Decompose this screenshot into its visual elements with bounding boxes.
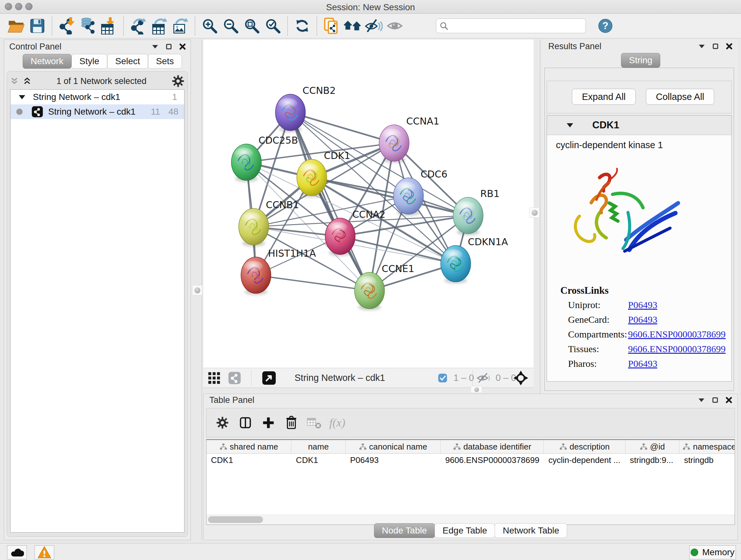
network-edge[interactable] bbox=[290, 112, 369, 291]
panel-menu-icon[interactable] bbox=[698, 44, 705, 49]
export-table-button[interactable] bbox=[149, 16, 170, 36]
vertical-splitter[interactable] bbox=[540, 40, 540, 394]
scrollbar-thumb[interactable] bbox=[208, 516, 263, 523]
expand-all-button[interactable]: Expand All bbox=[572, 89, 636, 105]
network-collection-row[interactable]: String Network – cdk1 1 bbox=[10, 90, 184, 105]
import-network-database-button[interactable] bbox=[77, 16, 98, 36]
crosslink-label: Pharos: bbox=[568, 358, 597, 369]
create-column-button[interactable] bbox=[257, 412, 280, 434]
save-session-button[interactable] bbox=[27, 16, 48, 36]
float-panel-icon[interactable] bbox=[712, 43, 719, 50]
crosslink-uniprot-link[interactable]: P06493 bbox=[628, 300, 657, 310]
cell-id[interactable]: stringdb:9... bbox=[625, 454, 680, 466]
column-header[interactable]: description bbox=[544, 440, 625, 453]
float-panel-icon[interactable] bbox=[712, 397, 718, 403]
splitter-handle-button[interactable] bbox=[471, 386, 482, 393]
export-image-button[interactable] bbox=[170, 16, 191, 36]
crosslink-pharos-link[interactable]: P06493 bbox=[628, 358, 657, 369]
network-node-ccna1[interactable]: CCNA1 bbox=[379, 116, 440, 163]
import-table-button[interactable] bbox=[98, 16, 119, 36]
grid-view-button[interactable] bbox=[208, 368, 220, 388]
tab-network-table[interactable]: Network Table bbox=[495, 523, 567, 538]
network-options-gear-icon[interactable] bbox=[172, 75, 185, 87]
table-settings-gear-icon[interactable] bbox=[211, 412, 234, 434]
network-row-selected[interactable]: String Network – cdk1 11 48 bbox=[10, 105, 184, 119]
hide-selected-button[interactable] bbox=[363, 16, 384, 36]
zoom-out-button[interactable] bbox=[220, 16, 241, 36]
panel-menu-icon[interactable] bbox=[698, 397, 705, 402]
collapse-all-button[interactable]: Collapse All bbox=[646, 89, 714, 105]
column-header[interactable]: name bbox=[291, 440, 346, 453]
network-node-hist1h1a[interactable]: HIST1H1A bbox=[241, 248, 316, 295]
search-input[interactable] bbox=[436, 18, 586, 33]
network-node-cdc25b[interactable]: CDC25B bbox=[231, 135, 298, 182]
tab-edge-table[interactable]: Edge Table bbox=[434, 523, 495, 538]
collection-expander-icon[interactable] bbox=[18, 94, 26, 100]
cell-shared-name[interactable]: CDK1 bbox=[206, 454, 291, 466]
splitter-handle-button[interactable] bbox=[192, 285, 202, 295]
zoom-in-button[interactable] bbox=[199, 16, 220, 36]
column-header[interactable]: shared name bbox=[206, 440, 291, 453]
tab-network[interactable]: Network bbox=[23, 54, 71, 69]
crosslink-compartments-link[interactable]: 9606.ENSP00000378699 bbox=[628, 329, 726, 340]
cell-database-identifier[interactable]: 9606.ENSP00000378699 bbox=[441, 454, 544, 466]
column-header[interactable]: database identifier bbox=[441, 440, 544, 453]
help-button[interactable]: ? bbox=[595, 16, 616, 36]
export-network-button[interactable] bbox=[128, 16, 149, 36]
tab-node-table[interactable]: Node Table bbox=[374, 523, 435, 538]
detach-view-button[interactable] bbox=[262, 368, 276, 388]
network-canvas[interactable]: CCNB2CCNA1CDC25BCDK1CDC6RB1CCNB1CCNA2CDK… bbox=[203, 40, 534, 368]
panel-menu-icon[interactable] bbox=[151, 44, 158, 49]
tab-select[interactable]: Select bbox=[107, 54, 148, 69]
section-expander-icon[interactable] bbox=[566, 122, 574, 128]
hidden-eye-icon[interactable] bbox=[476, 368, 490, 388]
center-view-button[interactable] bbox=[514, 368, 528, 388]
close-panel-icon[interactable] bbox=[179, 43, 186, 50]
import-network-file-button[interactable] bbox=[56, 16, 77, 36]
gene-section-header[interactable]: CDK1 bbox=[547, 116, 731, 135]
cell-canonical-name[interactable]: P06493 bbox=[346, 454, 441, 466]
crosslink-tissues-link[interactable]: 9606.ENSP00000378699 bbox=[628, 344, 726, 354]
network-node-cdkn1a[interactable]: CDKN1A bbox=[441, 236, 508, 284]
selected-checkbox-icon[interactable] bbox=[438, 368, 447, 388]
apply-layout-button[interactable] bbox=[292, 16, 313, 36]
float-panel-icon[interactable] bbox=[165, 44, 172, 50]
expand-all-networks-icon[interactable] bbox=[23, 77, 31, 85]
node-label: CCNA2 bbox=[352, 209, 386, 220]
show-hidden-button[interactable] bbox=[384, 16, 405, 36]
column-header[interactable]: canonical name bbox=[346, 440, 441, 453]
network-node-ccne1[interactable]: CCNE1 bbox=[354, 263, 414, 310]
show-columns-button[interactable] bbox=[234, 412, 257, 434]
cell-namespace[interactable]: stringdb bbox=[679, 454, 735, 466]
open-session-button[interactable] bbox=[6, 16, 27, 36]
network-edge[interactable] bbox=[290, 112, 394, 143]
cell-description[interactable]: cyclin-dependent ... bbox=[544, 454, 625, 466]
tab-string[interactable]: String bbox=[621, 53, 660, 68]
memory-button[interactable]: Memory bbox=[689, 545, 736, 559]
network-edge[interactable] bbox=[256, 275, 369, 291]
splitter-handle-button[interactable] bbox=[529, 207, 540, 218]
warnings-button[interactable] bbox=[35, 545, 54, 559]
close-panel-icon[interactable] bbox=[726, 43, 733, 50]
zoom-fit-button[interactable] bbox=[241, 16, 262, 36]
home-button[interactable] bbox=[342, 16, 363, 36]
cloud-button[interactable] bbox=[7, 545, 27, 559]
duplicate-network-button[interactable] bbox=[321, 16, 342, 36]
collapse-all-networks-icon[interactable] bbox=[10, 77, 18, 85]
network-node-rb1[interactable]: RB1 bbox=[453, 188, 500, 235]
column-header[interactable]: @id bbox=[625, 440, 680, 453]
network-node-ccnb1[interactable]: CCNB1 bbox=[239, 199, 299, 246]
tab-sets[interactable]: Sets bbox=[148, 54, 182, 69]
network-node-ccnb2[interactable]: CCNB2 bbox=[275, 85, 336, 132]
tab-style[interactable]: Style bbox=[71, 54, 107, 69]
delete-column-button[interactable] bbox=[280, 412, 303, 434]
table-row[interactable]: CDK1 CDK1 P06493 9606.ENSP00000378699 cy… bbox=[206, 454, 735, 466]
share-network-button[interactable] bbox=[228, 368, 241, 388]
close-panel-icon[interactable] bbox=[725, 396, 732, 403]
crosslink-genecard-link[interactable]: P06493 bbox=[628, 314, 657, 325]
zoom-selected-button[interactable] bbox=[262, 16, 283, 36]
toolbar-separator bbox=[317, 16, 317, 36]
network-edge[interactable] bbox=[340, 236, 456, 264]
cell-name[interactable]: CDK1 bbox=[291, 454, 346, 466]
column-header[interactable]: namespace bbox=[679, 440, 735, 453]
